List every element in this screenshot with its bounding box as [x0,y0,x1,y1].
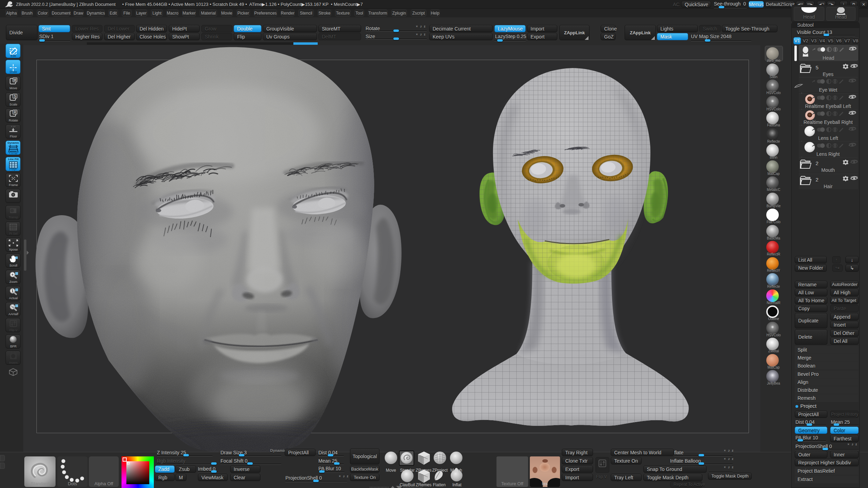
svg-text:1: 1 [11,289,14,293]
svg-text:M: M [14,78,16,82]
svg-text:½: ½ [11,305,14,309]
svg-text:× ᴊ z: × ᴊ z [11,125,15,127]
svg-text:S: S [14,94,16,98]
svg-text:R: R [14,110,16,114]
svg-text:+: + [11,272,14,277]
